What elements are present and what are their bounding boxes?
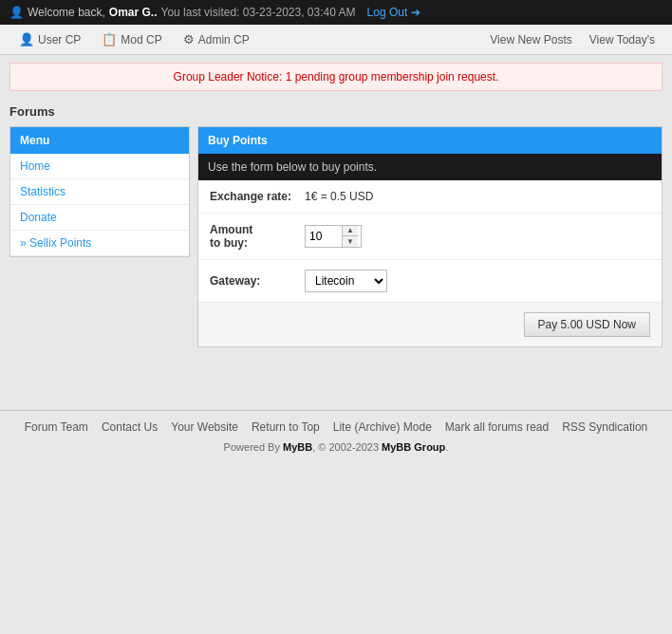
admin-cp-link[interactable]: ⚙ Admin CP: [174, 29, 259, 49]
page-content: Forums Menu Home Statistics Donate » Sel…: [0, 99, 672, 353]
footer-link-return-to-top[interactable]: Return to Top: [252, 420, 320, 434]
sidebar-item-donate[interactable]: Donate: [10, 205, 189, 231]
gateway-row: Gateway: Litecoin Bitcoin Ethereum: [198, 260, 662, 303]
mybb-group-brand: MyBB Group: [382, 441, 445, 453]
sidebar-item-statistics[interactable]: Statistics: [10, 179, 189, 205]
nav-right: View New Posts View Today's: [482, 30, 663, 49]
amount-label: Amountto buy:: [210, 223, 305, 250]
sidebar-donate-link[interactable]: Donate: [20, 211, 57, 224]
spinner-buttons: ▲ ▼: [342, 225, 358, 248]
mod-cp-label: Mod CP: [121, 33, 161, 47]
buy-points-body: Exchange rate: 1€ = 0.5 USD Amountto buy…: [198, 180, 662, 346]
amount-input-container: ▲ ▼: [305, 225, 362, 248]
view-todays-link[interactable]: View Today's: [582, 30, 663, 49]
admin-cp-icon: ⚙: [183, 32, 195, 47]
footer-link-mark-forums-read[interactable]: Mark all forums read: [445, 420, 549, 434]
footer-link-your-website[interactable]: Your Website: [171, 420, 238, 434]
logout-link[interactable]: Log Out ➔: [367, 6, 421, 19]
forums-title: Forums: [9, 104, 663, 119]
exchange-rate-value: 1€ = 0.5 USD: [305, 190, 373, 203]
footer-link-lite-mode[interactable]: Lite (Archive) Mode: [333, 420, 432, 434]
footer-link-contact-us[interactable]: Contact Us: [102, 420, 158, 434]
user-icon: 👤: [9, 6, 24, 19]
sidebar-header: Menu: [10, 127, 189, 154]
spinner-up-button[interactable]: ▲: [343, 225, 358, 236]
sidebar-statistics-link[interactable]: Statistics: [20, 185, 65, 198]
buy-points-header: Buy Points: [198, 127, 662, 154]
sidebar: Menu Home Statistics Donate » Sellix Poi…: [9, 126, 190, 257]
admin-cp-label: Admin CP: [198, 33, 250, 47]
spinner-down-button[interactable]: ▼: [343, 236, 358, 248]
gateway-select[interactable]: Litecoin Bitcoin Ethereum: [305, 270, 387, 292]
footer-spacer: [0, 353, 672, 410]
sidebar-sellix-points-link[interactable]: » Sellix Points: [20, 236, 91, 250]
footer-links: Forum Team Contact Us Your Website Retur…: [9, 420, 663, 434]
amount-input[interactable]: [306, 225, 342, 248]
exchange-rate-row: Exchange rate: 1€ = 0.5 USD: [198, 180, 662, 214]
view-new-posts-link[interactable]: View New Posts: [482, 30, 579, 49]
last-visited: You last visited: 03-23-2023, 03:40 AM: [161, 6, 356, 19]
welcome-text: Welcome back,: [28, 6, 105, 19]
top-bar: 👤 Welcome back, Omar G.. You last visite…: [0, 0, 672, 25]
footer: Forum Team Contact Us Your Website Retur…: [0, 410, 672, 462]
submit-row: Pay 5.00 USD Now: [198, 303, 662, 346]
buy-points-subheader: Use the form below to buy points.: [198, 154, 662, 180]
main-layout: Menu Home Statistics Donate » Sellix Poi…: [9, 126, 663, 347]
username: Omar G..: [109, 6, 158, 19]
exchange-rate-label: Exchange rate:: [210, 190, 305, 203]
group-leader-notice: Group Leader Notice: 1 pending group mem…: [9, 63, 663, 91]
buy-points-panel: Buy Points Use the form below to buy poi…: [197, 126, 663, 347]
notice-text: Group Leader Notice: 1 pending group mem…: [174, 70, 499, 84]
sidebar-home-link[interactable]: Home: [20, 159, 50, 173]
user-cp-link[interactable]: 👤 User CP: [9, 29, 90, 49]
footer-dot: .: [445, 441, 448, 453]
logout-arrow-icon: ➔: [411, 6, 420, 19]
logout-label: Log Out: [367, 6, 408, 19]
amount-row: Amountto buy: ▲ ▼: [198, 214, 662, 260]
mod-cp-icon: 📋: [102, 32, 117, 47]
nav-bar: 👤 User CP 📋 Mod CP ⚙ Admin CP View New P…: [0, 25, 672, 55]
footer-link-rss[interactable]: RSS Syndication: [562, 420, 647, 434]
pay-button[interactable]: Pay 5.00 USD Now: [524, 312, 650, 337]
sidebar-body: Home Statistics Donate » Sellix Points: [10, 154, 189, 256]
copyright-text: , © 2002-2023: [312, 441, 382, 453]
user-cp-icon: 👤: [19, 32, 34, 47]
sidebar-item-sellix-points[interactable]: » Sellix Points: [10, 231, 189, 256]
powered-by-text: Powered By: [224, 441, 283, 453]
footer-copyright: Powered By MyBB, © 2002-2023 MyBB Group.: [9, 441, 663, 453]
sidebar-item-home[interactable]: Home: [10, 154, 189, 179]
gateway-label: Gateway:: [210, 274, 305, 288]
mod-cp-link[interactable]: 📋 Mod CP: [92, 29, 171, 49]
user-cp-label: User CP: [38, 33, 81, 47]
footer-link-forum-team[interactable]: Forum Team: [25, 420, 88, 434]
mybb-brand: MyBB: [283, 441, 312, 453]
